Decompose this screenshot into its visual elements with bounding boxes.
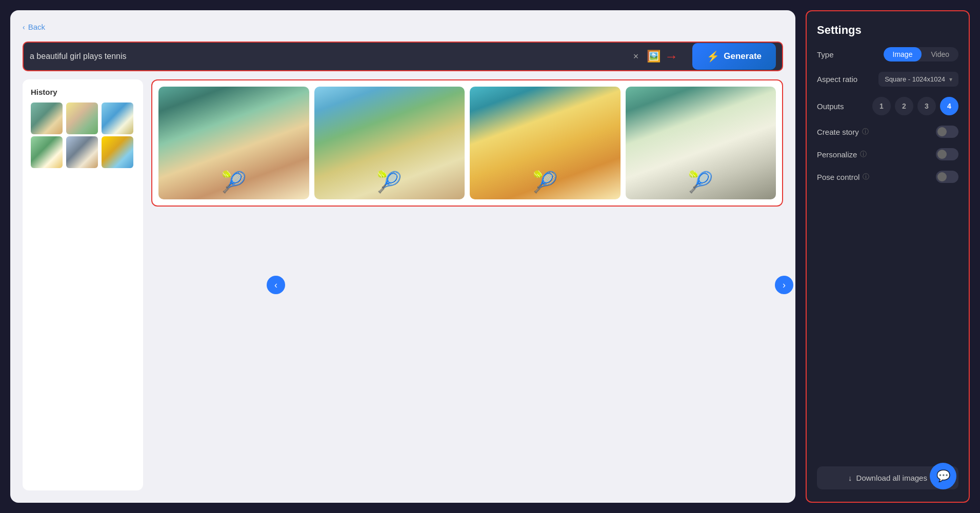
personalize-label: Personalize <box>817 150 857 159</box>
generated-image-4[interactable]: 🎾 <box>626 87 776 199</box>
output-3-button[interactable]: 3 <box>917 97 936 115</box>
prompt-input[interactable] <box>30 52 625 61</box>
pose-control-toggle[interactable] <box>936 171 958 183</box>
aspect-ratio-label: Aspect ratio <box>817 75 857 84</box>
history-title: History <box>31 88 135 96</box>
aspect-ratio-value: Square - 1024x1024 <box>885 75 945 83</box>
images-row: 🎾 🎾 🎾 🎾 › <box>151 79 783 207</box>
chevron-down-icon: ▾ <box>949 76 952 83</box>
history-thumb-1[interactable] <box>31 102 63 134</box>
back-label: Back <box>28 23 45 31</box>
settings-panel: Settings Type Image Video Aspect ratio S… <box>806 10 970 503</box>
pose-control-label: Pose control <box>817 173 859 181</box>
download-icon: ↓ <box>848 474 852 482</box>
type-label: Type <box>817 50 834 59</box>
output-4-button[interactable]: 4 <box>940 97 958 115</box>
generated-image-2[interactable]: 🎾 <box>314 87 465 199</box>
chat-icon: 💬 <box>936 469 950 483</box>
download-label: Download all images <box>856 474 927 482</box>
back-button[interactable]: ‹ Back <box>23 23 45 31</box>
type-image-button[interactable]: Image <box>884 47 922 61</box>
create-story-info-icon[interactable]: ⓘ <box>862 127 869 136</box>
generated-image-1[interactable]: 🎾 <box>158 87 309 199</box>
output-buttons: 1 2 3 4 <box>872 97 958 115</box>
history-thumb-6[interactable] <box>102 136 133 168</box>
bolt-icon: ⚡ <box>707 50 719 63</box>
create-story-label: Create story <box>817 128 859 136</box>
pose-control-info-icon[interactable]: ⓘ <box>863 172 869 181</box>
create-story-row: Create story ⓘ <box>817 126 958 138</box>
generated-image-3[interactable]: 🎾 <box>470 87 621 199</box>
type-video-button[interactable]: Video <box>922 47 958 61</box>
generate-label: Generate <box>724 51 762 61</box>
aspect-ratio-dropdown[interactable]: Square - 1024x1024 ▾ <box>878 72 958 87</box>
aspect-ratio-row: Aspect ratio Square - 1024x1024 ▾ <box>817 72 958 87</box>
outputs-label: Outputs <box>817 102 844 111</box>
prompt-bar: × 🖼️ → ⚡ Generate <box>23 42 783 71</box>
settings-title: Settings <box>817 24 958 37</box>
type-toggle: Image Video <box>884 47 958 61</box>
history-thumb-2[interactable] <box>66 102 98 134</box>
personalize-info-icon[interactable]: ⓘ <box>860 150 867 159</box>
history-thumb-3[interactable] <box>102 102 133 134</box>
clear-icon: × <box>633 51 639 61</box>
chat-button[interactable]: 💬 <box>930 463 956 489</box>
generate-button[interactable]: ⚡ Generate <box>692 43 776 70</box>
nav-arrow-right-button[interactable]: › <box>775 276 793 294</box>
images-area: 🎾 🎾 🎾 🎾 › ‹ <box>151 79 783 490</box>
chevron-left-icon: ‹ <box>23 23 25 31</box>
personalize-row: Personalize ⓘ <box>817 148 958 160</box>
type-image-label: Image <box>893 50 913 58</box>
history-grid <box>31 102 135 168</box>
type-video-label: Video <box>931 50 949 58</box>
pose-control-row: Pose control ⓘ <box>817 171 958 183</box>
history-thumb-4[interactable] <box>31 136 63 168</box>
outputs-row: Outputs 1 2 3 4 <box>817 97 958 115</box>
history-thumb-5[interactable] <box>66 136 98 168</box>
output-2-button[interactable]: 2 <box>895 97 913 115</box>
history-panel: History <box>23 79 143 490</box>
output-1-button[interactable]: 1 <box>872 97 891 115</box>
type-row: Type Image Video <box>817 47 958 61</box>
personalize-toggle[interactable] <box>936 148 958 160</box>
red-arrow-icon: → <box>665 49 678 65</box>
create-story-toggle[interactable] <box>936 126 958 138</box>
image-add-area: 🖼️ → <box>647 49 678 65</box>
image-add-icon[interactable]: 🖼️ <box>647 50 661 63</box>
nav-arrow-left-button[interactable]: ‹ <box>267 276 285 294</box>
clear-button[interactable]: × <box>629 49 643 64</box>
